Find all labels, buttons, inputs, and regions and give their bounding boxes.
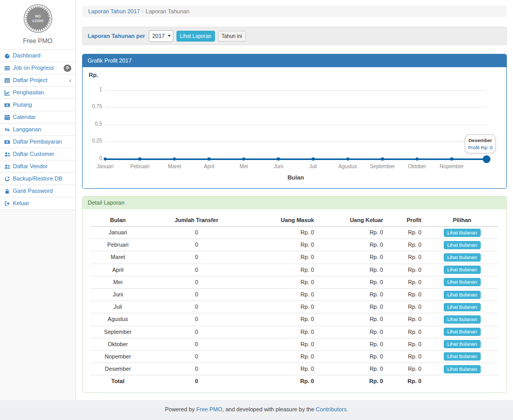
money-icon: [4, 102, 11, 108]
cell-bulan: Juni: [90, 288, 145, 301]
sidebar-item-label: Job on Progress: [13, 65, 54, 71]
gridline: [105, 90, 486, 91]
footer-text-middle: , and developed with pleasure by the: [222, 406, 315, 412]
cell-uang_masuk: Rp. 0: [247, 326, 318, 338]
report-filter-bar: Laporan Tahunan per 2017 Lihat Laporan T…: [82, 27, 507, 45]
tahun-ini-button[interactable]: Tahun ini: [218, 31, 246, 42]
lihat-bulanan-button[interactable]: Lihat Bulanan: [444, 315, 481, 324]
calendar-icon: [4, 114, 11, 121]
cell-bulan: Nopember: [90, 350, 145, 363]
cell-uang_keluar: Rp. 0: [318, 264, 387, 276]
sidebar-filler: [0, 210, 75, 400]
chevron-collapse-icon: ‹: [69, 77, 71, 83]
data-point-juni[interactable]: [277, 157, 280, 161]
data-point-nopember[interactable]: [450, 157, 453, 161]
data-point-september[interactable]: [381, 157, 384, 161]
cell-bulan: Oktober: [90, 338, 145, 350]
data-point-desember[interactable]: [483, 155, 490, 163]
gridline: [105, 107, 486, 108]
lihat-bulanan-button[interactable]: Lihat Bulanan: [444, 303, 481, 311]
lihat-bulanan-button[interactable]: Lihat Bulanan: [444, 229, 481, 237]
breadcrumb-link[interactable]: Laporan Tahun 2017: [88, 8, 140, 14]
sidebar-item-calendar[interactable]: Calendar: [0, 111, 75, 124]
data-point-agustus[interactable]: [346, 157, 350, 161]
lihat-bulanan-button[interactable]: Lihat Bulanan: [444, 340, 481, 348]
cell-jumlah_transfer: 0: [145, 363, 247, 375]
lihat-bulanan-button[interactable]: Lihat Bulanan: [444, 253, 481, 262]
footer-link-contributors[interactable]: Contributors.: [316, 406, 348, 412]
data-point-pebruari[interactable]: [138, 157, 142, 161]
app: NO LOGO Free PMO DashboardJob on Progres…: [0, 0, 513, 400]
lihat-bulanan-button[interactable]: Lihat Bulanan: [444, 278, 481, 286]
sidebar-item-label: Penghasilan: [13, 89, 44, 96]
lihat-bulanan-button[interactable]: Lihat Bulanan: [444, 352, 481, 361]
cell-jumlah_transfer: 0: [145, 350, 247, 363]
sidebar-item-label: Daftar Vendor: [13, 163, 48, 170]
exchange-icon: [4, 127, 11, 133]
y-tick-label: 1: [88, 87, 102, 93]
lihat-bulanan-button[interactable]: Lihat Bulanan: [444, 365, 481, 373]
sidebar-item-backup-restore-db[interactable]: Backup/Restore DB: [0, 173, 75, 185]
cell-uang_keluar: Rp. 0: [318, 313, 387, 326]
cell-jumlah_transfer: 0: [145, 251, 247, 264]
brand-name: Free PMO: [0, 37, 75, 45]
sidebar-item-penghasilan[interactable]: Penghasilan: [0, 87, 75, 99]
cell-uang_keluar: Rp. 0: [318, 239, 387, 251]
chart-panel-title: Grafik Profit 2017: [83, 54, 506, 67]
lihat-bulanan-button[interactable]: Lihat Bulanan: [444, 328, 481, 336]
logo-box: NO LOGO Free PMO: [0, 0, 75, 49]
table-row-agustus: Agustus0Rp. 0Rp. 0Rp. 0Lihat Bulanan: [90, 313, 499, 326]
y-tick-label: 0.5: [88, 121, 102, 127]
sidebar-item-label: Backup/Restore DB: [13, 175, 63, 182]
data-point-mei[interactable]: [242, 157, 246, 161]
data-point-oktober[interactable]: [416, 157, 419, 161]
data-point-juli[interactable]: [311, 157, 315, 161]
cell-uang_keluar: Rp. 0: [318, 338, 387, 350]
users-icon: [4, 151, 11, 157]
lihat-bulanan-button[interactable]: Lihat Bulanan: [444, 266, 481, 274]
sidebar-item-daftar-customer[interactable]: Daftar Customer: [0, 148, 75, 161]
breadcrumb-separator: /: [140, 8, 146, 14]
data-point-april[interactable]: [207, 157, 211, 161]
tooltip-value: Profit Rp: 0: [468, 145, 492, 150]
footer-link-free-pmo[interactable]: Free PMO: [196, 406, 223, 412]
cell-uang_masuk: Rp. 0: [247, 350, 318, 363]
cell-uang_masuk: Rp. 0: [247, 239, 318, 251]
tasks-icon: [4, 65, 11, 71]
year-select[interactable]: 2017: [149, 30, 173, 42]
sidebar-item-job-on-progress[interactable]: Job on Progress0: [0, 62, 75, 74]
sidebar-item-keluar[interactable]: Keluar: [0, 197, 75, 210]
column-header-jumlah-transfer: Jumlah Transfer: [145, 214, 247, 227]
main-area: Laporan Tahun 2017/Laporan Tahunan Lapor…: [76, 0, 513, 400]
dashboard-icon: [4, 53, 11, 59]
data-point-maret[interactable]: [173, 157, 176, 161]
footer-text-prefix: Powered by: [165, 406, 196, 412]
data-point-januari[interactable]: [104, 157, 107, 161]
gridline: [105, 125, 486, 125]
tooltip-title: Desember: [468, 137, 492, 143]
chart-tooltip: DesemberProfit Rp: 0: [465, 134, 496, 153]
lihat-bulanan-button[interactable]: Lihat Bulanan: [444, 291, 481, 299]
sidebar-item-daftar-project[interactable]: Daftar Project‹: [0, 74, 75, 87]
sidebar-item-ganti-password[interactable]: Ganti Password: [0, 185, 75, 197]
sidebar-item-dashboard[interactable]: Dashboard: [0, 50, 75, 62]
users-icon: [4, 164, 11, 170]
refresh-icon: [4, 176, 11, 182]
cell-profit: Rp. 0: [387, 363, 426, 375]
cell-uang_keluar: Rp. 0: [318, 227, 387, 239]
lihat-bulanan-button[interactable]: Lihat Bulanan: [444, 241, 481, 249]
sidebar-item-langganan[interactable]: Langganan: [0, 124, 75, 136]
sidebar-item-label: Daftar Project: [13, 77, 47, 84]
sidebar-item-daftar-vendor[interactable]: Daftar Vendor: [0, 161, 75, 173]
x-tick-label: Juni: [274, 164, 283, 169]
sidebar-item-piutang[interactable]: Piutang: [0, 99, 75, 111]
profit-line-series: [105, 158, 486, 160]
detail-body: BulanJumlah TransferUang MasukUang Kelua…: [83, 209, 506, 392]
cell-bulan: Mei: [90, 276, 145, 288]
lihat-laporan-button[interactable]: Lihat Laporan: [176, 31, 215, 42]
x-tick-label: September: [370, 164, 395, 169]
chart-y-axis-label: Rp.: [89, 71, 501, 78]
table-row-desember: Desember0Rp. 0Rp. 0Rp. 0Lihat Bulanan: [90, 363, 499, 375]
cell-uang_keluar: Rp. 0: [318, 276, 387, 288]
sidebar-item-daftar-pembayaran[interactable]: Daftar Pembayaran: [0, 136, 75, 148]
